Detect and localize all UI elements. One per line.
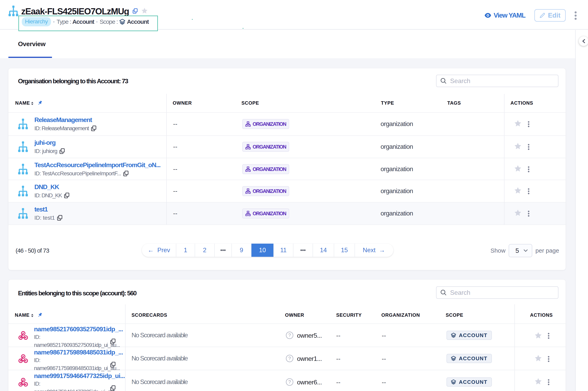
svg-text:?: ? — [289, 356, 291, 361]
svg-text:?: ? — [289, 380, 291, 385]
svg-text:?: ? — [289, 333, 291, 338]
